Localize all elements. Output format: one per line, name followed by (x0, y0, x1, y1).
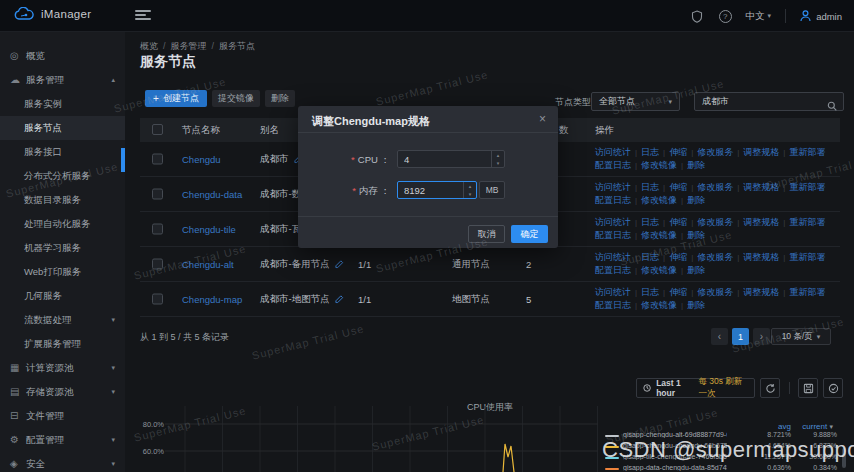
refresh-button[interactable] (760, 378, 780, 398)
op-link[interactable]: 修改镜像 (641, 300, 677, 310)
legend-series-name[interactable]: gisapp-tile-chengdu-tile-7466f5b6f4-wz8r… (623, 453, 727, 460)
node-name-link[interactable]: Chengdu (182, 154, 221, 165)
op-link[interactable]: 删除 (687, 300, 705, 310)
op-link[interactable]: 删除 (687, 230, 705, 240)
save-snapshot-button[interactable] (798, 378, 818, 398)
sidebar-item-config-management[interactable]: ⚙配置管理▾ (0, 428, 125, 452)
sidebar-item-compute-pool[interactable]: ▦计算资源池▾ (0, 356, 125, 380)
op-link[interactable]: 调整规格 (743, 182, 779, 192)
edit-alias-icon[interactable] (335, 295, 344, 304)
sidebar-item-stream-data[interactable]: 流数据处理▾ (0, 308, 125, 332)
cpu-spinner-down-icon[interactable]: ▾ (492, 159, 504, 167)
op-link[interactable]: 伸缩 (669, 252, 687, 262)
sidebar-collapse-icon[interactable] (135, 10, 151, 22)
op-link[interactable]: 日志 (641, 252, 659, 262)
op-link[interactable]: 重新部署 (789, 252, 825, 262)
sidebar-item-extended-service[interactable]: 扩展服务管理 (0, 332, 125, 356)
row-checkbox[interactable] (152, 154, 163, 165)
legend-avg-header[interactable]: avg (741, 422, 791, 431)
sidebar-item-security[interactable]: ◈安全▾ (0, 452, 125, 472)
op-link[interactable]: 调整规格 (743, 217, 779, 227)
panel-settings-button[interactable] (823, 378, 843, 398)
legend-series-name[interactable]: gisapp-chengdu-alt-69d88877d9-6h7qs (623, 431, 727, 438)
op-link[interactable]: 伸缩 (669, 287, 687, 297)
op-link[interactable]: 伸缩 (669, 182, 687, 192)
op-link[interactable]: 重新部署 (789, 287, 825, 297)
op-link[interactable]: 伸缩 (669, 217, 687, 227)
op-link[interactable]: 修改镜像 (641, 195, 677, 205)
search-icon[interactable] (827, 97, 837, 115)
row-checkbox[interactable] (152, 224, 163, 235)
help-icon[interactable]: ? (719, 10, 732, 23)
op-link[interactable]: 修改服务 (697, 147, 733, 157)
breadcrumb-overview[interactable]: 概览 (140, 41, 158, 51)
op-link[interactable]: 访问统计 (595, 287, 631, 297)
node-type-select[interactable]: 全部节点 ▾ (591, 92, 680, 111)
confirm-button[interactable]: 确定 (511, 225, 548, 243)
sidebar-item-service-interface[interactable]: 服务接口 (0, 140, 125, 164)
op-link[interactable]: 修改服务 (697, 287, 733, 297)
op-link[interactable]: 配置日志 (595, 195, 631, 205)
op-link[interactable]: 访问统计 (595, 217, 631, 227)
sidebar-item-data-catalog[interactable]: 数据目录服务 (0, 188, 125, 212)
select-all-checkbox[interactable] (152, 124, 163, 135)
legend-current-header[interactable]: current ▾ (793, 422, 833, 431)
op-link[interactable]: 伸缩 (669, 147, 687, 157)
pagination-prev-button[interactable]: ‹ (711, 328, 728, 345)
node-name-link[interactable]: Chengdu-alt (182, 259, 234, 270)
legend-scrollbar[interactable] (842, 448, 846, 468)
op-link[interactable]: 访问统计 (595, 252, 631, 262)
op-link[interactable]: 配置日志 (595, 230, 631, 240)
op-link[interactable]: 重新部署 (789, 217, 825, 227)
submit-image-button[interactable]: 提交镜像 (212, 90, 260, 107)
sidebar-item-processing-automation[interactable]: 处理自动化服务 (0, 212, 125, 236)
row-checkbox[interactable] (152, 259, 163, 270)
op-link[interactable]: 日志 (641, 217, 659, 227)
row-checkbox[interactable] (152, 189, 163, 200)
op-link[interactable]: 访问统计 (595, 147, 631, 157)
op-link[interactable]: 删除 (687, 160, 705, 170)
legend-series-name[interactable]: gisapp-chengdu-chengdu-66b675d48-5j4tb (623, 442, 727, 449)
sidebar-item-service-node[interactable]: 服务节点 (0, 116, 125, 140)
sidebar-item-overview[interactable]: ◎ 概览 (0, 44, 125, 68)
memory-spinner-down-icon[interactable]: ▾ (464, 190, 476, 198)
op-link[interactable]: 配置日志 (595, 265, 631, 275)
cpu-spinner-up-icon[interactable]: ▴ (492, 151, 504, 159)
pagination-page-1[interactable]: 1 (732, 328, 749, 345)
sidebar-item-storage-pool[interactable]: ▤存储资源池▾ (0, 380, 125, 404)
sidebar-item-distributed-analysis[interactable]: 分布式分析服务 (0, 164, 125, 188)
page-size-select[interactable]: 10 条/页 ▾ (771, 328, 831, 345)
breadcrumb-service-management[interactable]: 服务管理 (171, 41, 207, 51)
op-link[interactable]: 重新部署 (789, 182, 825, 192)
cpu-input[interactable] (404, 151, 478, 167)
memory-input[interactable] (404, 182, 459, 198)
op-link[interactable]: 调整规格 (743, 287, 779, 297)
op-link[interactable]: 日志 (641, 182, 659, 192)
op-link[interactable]: 修改服务 (697, 217, 733, 227)
row-checkbox[interactable] (152, 294, 163, 305)
node-name-link[interactable]: Chengdu-data (182, 189, 242, 200)
memory-spinner-up-icon[interactable]: ▴ (464, 182, 476, 190)
op-link[interactable]: 配置日志 (595, 160, 631, 170)
op-link[interactable]: 调整规格 (743, 147, 779, 157)
time-range-picker[interactable]: Last 1 hour 每 30s 刷新一次 (636, 378, 755, 398)
op-link[interactable]: 修改镜像 (641, 160, 677, 170)
op-link[interactable]: 日志 (641, 147, 659, 157)
op-link[interactable]: 修改镜像 (641, 265, 677, 275)
op-link[interactable]: 配置日志 (595, 300, 631, 310)
op-link[interactable]: 访问统计 (595, 182, 631, 192)
node-name-link[interactable]: Chengdu-map (182, 294, 242, 305)
license-icon[interactable] (690, 9, 705, 24)
cancel-button[interactable]: 取消 (468, 225, 505, 243)
op-link[interactable]: 修改服务 (697, 252, 733, 262)
op-link[interactable]: 调整规格 (743, 252, 779, 262)
op-link[interactable]: 删除 (687, 265, 705, 275)
sidebar-item-geometry-service[interactable]: 几何服务 (0, 284, 125, 308)
sidebar-item-file-management[interactable]: ⊟文件管理 (0, 404, 125, 428)
language-switcher[interactable]: 中文 ▾ (746, 10, 772, 23)
op-link[interactable]: 日志 (641, 287, 659, 297)
delete-button[interactable]: 删除 (265, 90, 295, 107)
op-link[interactable]: 修改镜像 (641, 230, 677, 240)
sidebar-item-machine-learning[interactable]: 机器学习服务 (0, 236, 125, 260)
search-input[interactable] (702, 93, 822, 110)
